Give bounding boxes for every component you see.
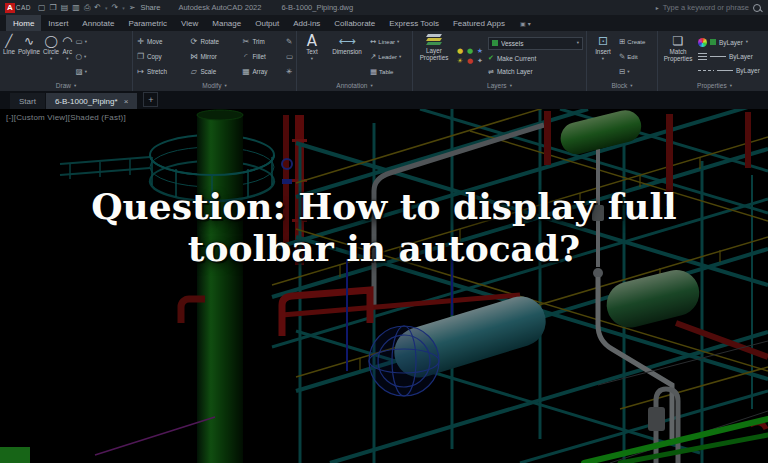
redo-icon[interactable]: ↷ <box>112 3 119 12</box>
array-button[interactable]: ▦Array <box>241 67 283 76</box>
eraser-button[interactable]: ▭ <box>286 53 293 61</box>
tab-insert[interactable]: Insert <box>41 15 75 31</box>
edit-block-button[interactable]: ✎ Edit <box>619 53 654 61</box>
file-tab-document[interactable]: 6-B-1000_Piping* × <box>46 93 137 109</box>
explode-button[interactable]: ✳ <box>286 68 293 76</box>
object-color-control[interactable]: ByLayer ▾ <box>698 37 768 47</box>
tab-view[interactable]: View <box>174 15 205 31</box>
search-icon[interactable] <box>753 4 761 12</box>
hatch-button[interactable]: ▨ ▾ <box>76 68 87 76</box>
polyline-button[interactable]: ∿ Polyline <box>18 33 40 80</box>
chevron-down-icon: ▾ <box>577 41 579 45</box>
tab-parametric[interactable]: Parametric <box>121 15 174 31</box>
move-button[interactable]: ✛Move <box>136 37 182 46</box>
tab-add-ins[interactable]: Add-ins <box>286 15 327 31</box>
line-button[interactable]: ╱ Line <box>3 33 15 80</box>
layer-select[interactable]: Vessels ▾ <box>488 37 583 50</box>
arc-button[interactable]: ◠ Arc ▾ <box>62 33 72 80</box>
save-as-icon[interactable]: ▥ <box>72 3 80 12</box>
insert-button[interactable]: ⊡ Insert ▾ <box>590 33 616 80</box>
erase-button[interactable]: ✎ <box>286 38 293 46</box>
panel-label-annotation[interactable]: Annotation ▾ <box>297 80 412 91</box>
lineweight-sample <box>710 56 726 57</box>
properties-panel-title: Properties <box>697 82 727 89</box>
dimension-button[interactable]: ⟷ Dimension <box>327 33 367 80</box>
layer-new-icon[interactable]: ★ <box>477 48 483 55</box>
linear-button[interactable]: ↔ Linear ▾ <box>370 38 409 46</box>
tab-featured-apps[interactable]: Featured Apps <box>446 15 512 31</box>
linetype-control[interactable]: ByLayer <box>698 66 768 76</box>
share-icon[interactable]: ➢ <box>129 3 136 12</box>
tab-annotate[interactable]: Annotate <box>75 15 121 31</box>
explode-icon: ✳ <box>286 68 292 76</box>
linear-icon: ↔ <box>370 38 376 46</box>
new-file-icon[interactable]: ▢ <box>38 3 46 12</box>
stretch-button[interactable]: ↦Stretch <box>136 67 182 76</box>
layer-color-swatch <box>492 40 498 46</box>
tab-express-tools[interactable]: Express Tools <box>382 15 446 31</box>
tab-home[interactable]: Home <box>6 15 41 31</box>
block-attributes-button[interactable]: ⊟ ▾ <box>619 68 654 76</box>
match-properties-button[interactable]: ❏ Match Properties <box>661 33 695 80</box>
lineweight-control[interactable]: ByLayer <box>698 52 768 62</box>
layer-on-icon[interactable]: ● <box>457 48 463 55</box>
stretch-label: Stretch <box>147 68 167 75</box>
open-folder-icon[interactable]: ❒ <box>50 3 57 12</box>
trim-button[interactable]: ✂Trim <box>241 37 283 46</box>
save-icon[interactable]: ▤ <box>61 3 69 12</box>
ribbon-collapse-button[interactable]: ▣ ▾ <box>512 15 539 31</box>
layer-thaw-icon[interactable]: ● <box>467 48 473 55</box>
viewport-controls[interactable]: [-][Custom View][Shaded (Fast)] <box>6 113 126 122</box>
panel-block: ⊡ Insert ▾ ⊞ Create ✎ Edit ⊟ ▾ <box>587 31 658 91</box>
file-tab-start[interactable]: Start <box>10 93 45 109</box>
copy-label: Copy <box>147 53 162 60</box>
drawing-viewport[interactable]: [-][Custom View][Shaded (Fast)] Question… <box>0 109 768 463</box>
text-button[interactable]: A Text ▾ <box>300 33 324 80</box>
lineweight-icon <box>698 53 707 60</box>
autocad-logo[interactable]: A CAD <box>5 3 31 13</box>
layer-freeze-icon[interactable]: ☀ <box>457 58 463 65</box>
circle-label: Circle <box>43 49 59 56</box>
chevron-down-icon: ▾ <box>510 83 512 88</box>
annotation-panel-title: Annotation <box>336 82 367 89</box>
layer-lock-icon[interactable]: ✦ <box>477 58 483 65</box>
scale-icon: ▱ <box>189 67 198 76</box>
match-layer-icon: ⇌ <box>488 68 494 76</box>
panel-label-layers[interactable]: Layers ▾ <box>413 80 586 91</box>
redo-dropdown-icon[interactable]: ▾ <box>122 5 125 11</box>
undo-dropdown-icon[interactable]: ▾ <box>105 5 108 11</box>
tab-collaborate[interactable]: Collaborate <box>327 15 382 31</box>
scale-button[interactable]: ▱Scale <box>189 67 234 76</box>
new-drawing-tab-button[interactable]: + <box>143 92 158 107</box>
rotate-button[interactable]: ⟳Rotate <box>189 37 234 46</box>
layer-properties-button[interactable]: Layer Properties <box>416 33 452 80</box>
undo-icon[interactable]: ↶ <box>94 3 101 12</box>
circle-button[interactable]: ◯ Circle ▾ <box>43 33 59 80</box>
panel-label-properties[interactable]: Properties ▾ <box>658 80 768 91</box>
table-button[interactable]: ▦ Table <box>370 68 409 76</box>
close-icon[interactable]: × <box>124 97 129 106</box>
rectangle-button[interactable]: ▭ ▾ <box>76 38 87 46</box>
leader-button[interactable]: ↗ Leader ▾ <box>370 53 409 61</box>
layer-off-icon[interactable]: ● <box>467 58 473 65</box>
mirror-button[interactable]: ⋈Mirror <box>189 52 234 61</box>
panel-label-modify[interactable]: Modify ▾ <box>133 80 296 91</box>
create-block-button[interactable]: ⊞ Create <box>619 38 654 46</box>
edit-label: Edit <box>627 53 637 61</box>
panel-label-block[interactable]: Block ▾ <box>587 80 657 91</box>
make-current-button[interactable]: ✔ Make Current <box>488 53 583 63</box>
match-layer-button[interactable]: ⇌ Match Layer <box>488 67 583 77</box>
copy-button[interactable]: ❐Copy <box>136 52 182 61</box>
panel-label-draw[interactable]: Draw ▾ <box>0 80 132 91</box>
share-button[interactable]: Share <box>140 3 160 12</box>
plot-icon[interactable]: ⎙ <box>84 3 90 12</box>
tab-manage[interactable]: Manage <box>205 15 248 31</box>
chevron-down-icon: ▾ <box>224 83 226 88</box>
match-layer-label: Match Layer <box>497 68 533 75</box>
chevron-down-icon: ▾ <box>730 83 732 88</box>
fillet-button[interactable]: ◜Fillet <box>241 52 283 61</box>
tab-output[interactable]: Output <box>248 15 286 31</box>
ellipse-button[interactable]: ○ ▾ <box>76 53 87 61</box>
search-box[interactable]: ▸ Type a keyword or phrase <box>656 3 763 12</box>
ribbon-tab-bar: Home Insert Annotate Parametric View Man… <box>0 15 768 31</box>
